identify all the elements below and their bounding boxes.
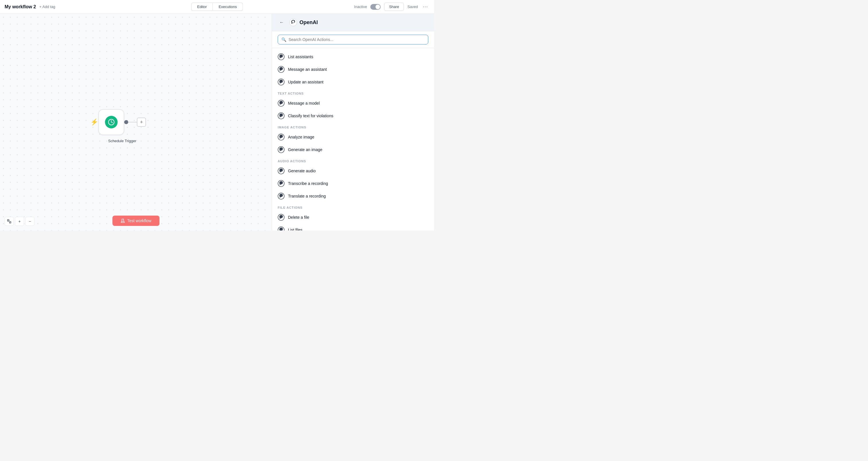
action-generate-audio[interactable]: Generate audio — [272, 165, 434, 177]
clock-icon — [108, 119, 115, 126]
action-label-classify-text: Classify text for violations — [288, 113, 333, 118]
action-label-update-assistant: Update an assistant — [288, 80, 323, 84]
action-label-analyze-image: Analyze image — [288, 135, 314, 139]
canvas-controls: + − — [5, 217, 34, 226]
action-label-list-files: List files — [288, 228, 303, 230]
back-button[interactable]: ← — [278, 18, 286, 26]
workflow-title: My workflow 2 — [5, 4, 36, 9]
inactive-label: Inactive — [354, 5, 367, 9]
section-label-image-actions: IMAGE ACTIONS — [272, 122, 434, 131]
action-translate-recording[interactable]: Translate a recording — [272, 190, 434, 202]
lightning-icon: ⚡ — [90, 119, 98, 126]
header-right: Inactive Share Saved ··· — [354, 3, 429, 11]
flask-icon — [120, 219, 125, 223]
connector-line — [128, 122, 137, 123]
svg-rect-1 — [7, 220, 9, 221]
share-button[interactable]: Share — [384, 3, 404, 11]
openai-icon-message-assistant — [278, 66, 284, 73]
header-left: My workflow 2 + Add tag — [5, 4, 354, 9]
svg-point-6 — [289, 19, 297, 26]
tab-editor[interactable]: Editor — [191, 3, 213, 11]
connector-dot — [124, 120, 128, 124]
zoom-in-button[interactable]: + — [15, 217, 24, 226]
svg-rect-2 — [9, 222, 11, 223]
search-icon: 🔍 — [281, 37, 286, 42]
action-update-assistant[interactable]: Update an assistant — [272, 76, 434, 88]
action-label-delete-file: Delete a file — [288, 215, 309, 220]
search-input[interactable] — [288, 37, 425, 42]
schedule-trigger-node[interactable]: ⚡ + Schedule Trigger — [98, 109, 146, 135]
node-icon — [105, 116, 118, 128]
add-node-button[interactable]: + — [137, 118, 146, 127]
action-classify-text[interactable]: Classify text for violations — [272, 109, 434, 122]
workflow-canvas: ⚡ + Schedule Trigger + − — [0, 14, 272, 230]
action-label-generate-image: Generate an image — [288, 147, 322, 152]
openai-icon-analyze-image — [278, 134, 284, 140]
openai-icon-list-files — [278, 227, 284, 230]
section-label-audio-actions: AUDIO ACTIONS — [272, 156, 434, 165]
action-label-list-assistants: List assistants — [288, 55, 313, 59]
add-tag-button[interactable]: + Add tag — [39, 5, 55, 9]
search-input-wrap: 🔍 — [278, 35, 428, 44]
action-label-generate-audio: Generate audio — [288, 169, 316, 173]
fit-icon — [7, 219, 11, 224]
openai-icon-translate-recording — [278, 193, 284, 200]
openai-icon-delete-file — [278, 214, 284, 221]
section-label-file-actions: FILE ACTIONS — [272, 202, 434, 211]
openai-icon-classify-text — [278, 112, 284, 119]
fit-view-button[interactable] — [5, 217, 14, 226]
action-message-assistant[interactable]: Message an assistant — [272, 63, 434, 76]
action-list-files[interactable]: List files — [272, 224, 434, 230]
action-label-message-model: Message a model — [288, 101, 320, 105]
section-label-text-actions: TEXT ACTIONS — [272, 88, 434, 97]
openai-icon-message-model — [278, 100, 284, 107]
sidebar-title: OpenAI — [289, 18, 318, 26]
node-box[interactable] — [98, 109, 124, 135]
actions-list: List assistants Message an assistant Upd… — [272, 48, 434, 230]
test-workflow-label: Test workflow — [127, 219, 151, 223]
action-label-message-assistant: Message an assistant — [288, 67, 327, 72]
action-list-assistants[interactable]: List assistants — [272, 51, 434, 63]
sidebar: ← OpenAI 🔍 List assistants — [272, 14, 434, 230]
action-label-translate-recording: Translate a recording — [288, 194, 326, 198]
openai-icon-list-assistants — [278, 53, 284, 60]
openai-logo-icon — [289, 18, 297, 26]
node-connector: + — [124, 118, 146, 127]
openai-icon-update-assistant — [278, 78, 284, 86]
openai-icon-generate-image — [278, 146, 284, 153]
search-container: 🔍 — [272, 31, 434, 48]
sidebar-title-text: OpenAI — [300, 20, 318, 26]
openai-icon-transcribe-recording — [278, 180, 284, 187]
active-toggle[interactable] — [370, 4, 381, 10]
sidebar-header: ← OpenAI — [272, 14, 434, 31]
action-label-transcribe-recording: Transcribe a recording — [288, 181, 328, 186]
tab-bar: Editor Executions — [191, 3, 243, 11]
action-transcribe-recording[interactable]: Transcribe a recording — [272, 177, 434, 190]
tab-executions[interactable]: Executions — [213, 3, 243, 11]
node-label: Schedule Trigger — [108, 139, 136, 143]
header: My workflow 2 + Add tag Editor Execution… — [0, 0, 434, 14]
openai-icon-generate-audio — [278, 167, 284, 174]
action-generate-image[interactable]: Generate an image — [272, 143, 434, 156]
test-workflow-button[interactable]: Test workflow — [112, 216, 159, 226]
saved-label: Saved — [407, 5, 418, 9]
zoom-out-button[interactable]: − — [25, 217, 34, 226]
action-delete-file[interactable]: Delete a file — [272, 211, 434, 224]
more-menu-button[interactable]: ··· — [422, 3, 429, 11]
action-analyze-image[interactable]: Analyze image — [272, 131, 434, 143]
action-message-model[interactable]: Message a model — [272, 97, 434, 109]
